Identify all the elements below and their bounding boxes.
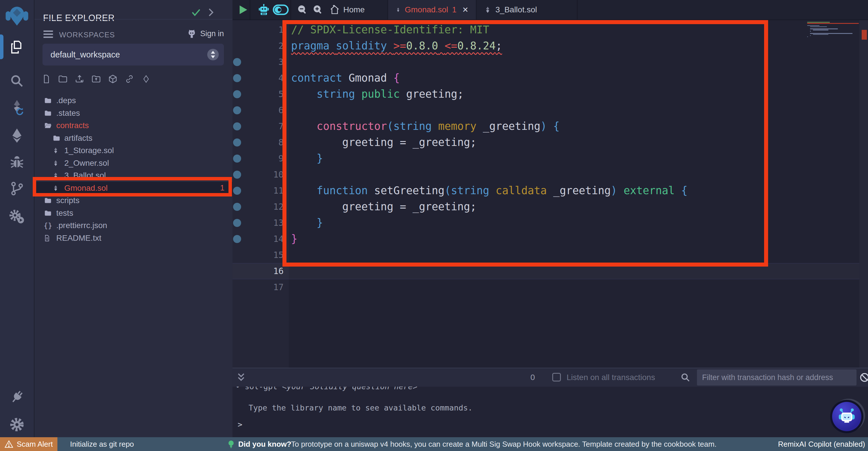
deploy-run-icon[interactable] — [0, 122, 34, 149]
workspace-spinner-icon — [207, 49, 219, 60]
tree-item--states[interactable]: .states — [34, 107, 232, 119]
breakpoint-dot[interactable] — [233, 171, 241, 179]
solidity-compiler-icon[interactable] — [0, 94, 34, 121]
tab-home[interactable]: Home — [330, 0, 393, 20]
breakpoint-dot[interactable] — [233, 58, 241, 66]
terminal[interactable]: • sol-gpt <your Solidity question here> … — [232, 368, 868, 437]
tree-item-label: scripts — [56, 196, 80, 205]
terminal-search-icon[interactable] — [680, 372, 691, 383]
link-icon[interactable] — [125, 74, 134, 84]
upload-file-icon[interactable] — [74, 74, 84, 84]
tree-item-1-storage-sol[interactable]: 1_Storage.sol — [34, 144, 232, 157]
code-line-13[interactable]: } — [291, 215, 323, 231]
remix-logo[interactable] — [0, 2, 34, 28]
tab-label: 3_Ballot.sol — [495, 5, 537, 15]
remixai-copilot-button[interactable] — [830, 400, 863, 433]
copilot-toggle[interactable] — [272, 0, 290, 20]
scam-alert-badge[interactable]: Scam Alert — [0, 437, 57, 451]
editor-scrollbar[interactable] — [859, 20, 868, 368]
plugin-manager-icon[interactable] — [0, 383, 34, 411]
tab-error-badge: 1 — [452, 5, 456, 15]
debugger-icon[interactable] — [0, 149, 34, 176]
doc-icon — [43, 234, 51, 242]
line-number: 5 — [250, 86, 284, 102]
home-label: Home — [343, 5, 365, 15]
breakpoint-dot[interactable] — [233, 154, 241, 163]
code-line-11[interactable]: function setGreeting(string calldata _gr… — [291, 183, 687, 199]
home-icon — [330, 5, 340, 15]
minimap[interactable] — [807, 22, 859, 79]
transaction-filter-input[interactable] — [697, 369, 857, 386]
new-folder-icon[interactable] — [58, 74, 68, 84]
tree-item--deps[interactable]: .deps — [34, 94, 232, 107]
zoom-out-icon[interactable] — [295, 0, 310, 20]
code-line-2[interactable]: pragma solidity >=0.8.0 <=0.8.24; — [291, 38, 502, 54]
workspaces-label: WORKSPACES — [59, 30, 115, 39]
tree-item-label: 3_Ballot.sol — [64, 171, 106, 180]
error-count-badge: 1 — [220, 184, 224, 193]
plugin-runner-icon[interactable] — [0, 203, 34, 230]
tree-item-3-ballot-sol[interactable]: 3_Ballot.sol — [34, 169, 232, 182]
workspace-select[interactable]: default_workspace — [42, 44, 224, 65]
load-cube-icon[interactable] — [108, 74, 118, 84]
icon-rail — [0, 0, 34, 451]
code-editor[interactable]: 1234567891011121314151617 // SPDX-Licens… — [232, 20, 868, 368]
minimap-line — [810, 33, 852, 34]
code-line-7[interactable]: constructor(string memory _greeting) { — [291, 118, 560, 135]
minimap-line — [813, 34, 828, 35]
git-init-button[interactable]: Initialize as git repo — [70, 437, 134, 451]
tree-item-tests[interactable]: tests — [34, 207, 232, 220]
breakpoint-dot[interactable] — [233, 122, 241, 131]
tree-item--prettierrc-json[interactable]: {}.prettierrc.json — [34, 219, 232, 232]
code-line-14[interactable]: } — [291, 231, 298, 247]
git-icon[interactable] — [0, 175, 34, 202]
settings-icon[interactable] — [0, 411, 34, 439]
code-line-4[interactable]: contract Gmonad { — [291, 70, 400, 86]
tab-3-ballot-sol[interactable]: 3_Ballot.sol — [476, 0, 577, 20]
tree-item-readme-txt[interactable]: README.txt — [34, 232, 232, 245]
breakpoint-dot[interactable] — [233, 203, 241, 211]
tree-item-2-owner-sol[interactable]: 2_Owner.sol — [34, 157, 232, 169]
import-solidity-icon[interactable] — [141, 74, 151, 84]
hamburger-menu-icon[interactable] — [43, 30, 53, 38]
new-file-icon[interactable] — [41, 74, 51, 84]
code-line-5[interactable]: string public greeting; — [291, 86, 464, 102]
zoom-in-icon[interactable] — [311, 0, 326, 20]
file-explorer-icon[interactable] — [0, 33, 34, 61]
folder-icon — [43, 109, 52, 117]
breakpoint-dot[interactable] — [233, 235, 241, 243]
expand-terminal-icon[interactable] — [237, 372, 246, 383]
code-line-1[interactable]: // SPDX-License-Identifier: MIT — [291, 22, 489, 38]
tree-item-artifacts[interactable]: artifacts — [34, 132, 232, 144]
upload-folder-icon[interactable] — [91, 74, 101, 84]
json-icon: {} — [43, 222, 52, 230]
solidity-file-icon — [484, 6, 491, 13]
tree-item-gmonad-sol[interactable]: Gmonad.sol1 — [34, 182, 232, 195]
breakpoint-dot[interactable] — [233, 138, 241, 146]
breakpoint-dot[interactable] — [233, 74, 241, 82]
tab-gmonad-sol[interactable]: Gmonad.sol 1 ✕ — [388, 0, 476, 20]
status-bar: Scam Alert Initialize as git repo Did yo… — [0, 437, 868, 451]
breakpoint-dot[interactable] — [233, 90, 241, 98]
code-line-12[interactable]: greeting = _greeting; — [291, 199, 476, 215]
copilot-status[interactable]: RemixAI Copilot (enabled) — [778, 437, 865, 451]
chevron-right-icon[interactable] — [208, 8, 214, 17]
tab-close-icon[interactable]: ✕ — [462, 5, 468, 15]
tree-item-contracts[interactable]: contracts — [34, 119, 232, 132]
clear-console-icon[interactable] — [859, 372, 868, 383]
ai-robot-icon[interactable] — [256, 0, 272, 20]
code-line-8[interactable]: greeting = _greeting; — [291, 135, 476, 150]
breakpoint-dot[interactable] — [233, 106, 241, 114]
tree-item-label: 2_Owner.sol — [64, 159, 109, 168]
search-icon[interactable] — [0, 67, 34, 95]
check-icon — [191, 8, 201, 17]
sign-in-button[interactable]: Sign in — [187, 29, 224, 38]
tree-item-label: Gmonad.sol — [64, 184, 107, 193]
current-line-highlight — [232, 263, 859, 279]
listen-checkbox[interactable] — [552, 373, 561, 382]
tree-item-scripts[interactable]: scripts — [34, 194, 232, 207]
code-line-9[interactable]: } — [291, 150, 323, 167]
breakpoint-dot[interactable] — [233, 187, 241, 195]
run-script-button[interactable] — [237, 0, 250, 20]
breakpoint-dot[interactable] — [233, 219, 241, 227]
